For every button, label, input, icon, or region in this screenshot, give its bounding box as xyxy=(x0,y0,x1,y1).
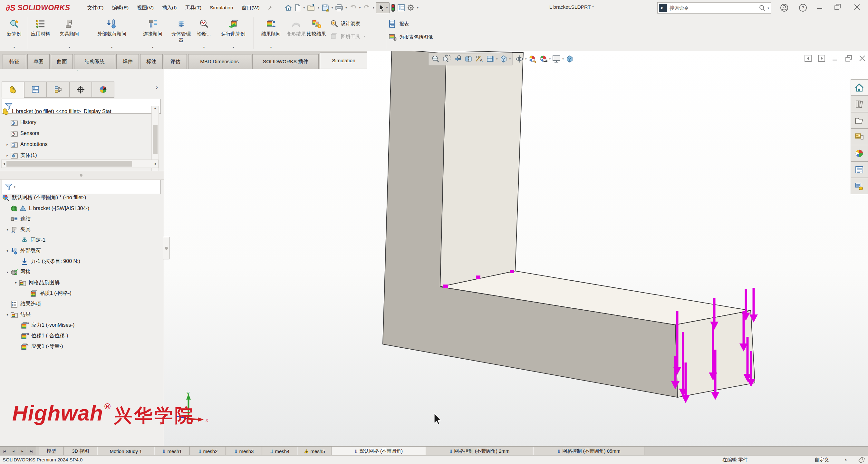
tab-structure-system[interactable]: 结构系统 xyxy=(74,54,115,69)
study-tree-filter[interactable]: ▾ xyxy=(2,180,161,194)
study-item-mesh[interactable]: ▾ 网格 xyxy=(0,267,161,277)
panel-resize-handle[interactable] xyxy=(163,237,169,259)
study-item-part[interactable]: L bracket (-[SW]AISI 304-) xyxy=(0,203,161,214)
collapse-icon[interactable]: ▾ xyxy=(4,249,10,253)
study-item-quality-1[interactable]: 品质1 (-网格-) xyxy=(0,288,161,299)
file-explorer-tab[interactable] xyxy=(850,112,868,129)
study-item-fixtures[interactable]: ▾ 夹具 xyxy=(0,224,161,235)
results-advisor-button[interactable]: 结果顾问▾ xyxy=(256,16,286,51)
3d-cube-icon[interactable] xyxy=(564,54,575,64)
hide-annotations-icon[interactable]: A xyxy=(474,54,485,64)
tab-mesh3[interactable]: ⇊mesh3 xyxy=(226,446,262,456)
menu-edit[interactable]: 编辑(E) xyxy=(107,3,133,13)
displaymanager-tab[interactable] xyxy=(92,82,114,98)
tab-motion-study-1[interactable]: Motion Study 1 xyxy=(97,446,154,456)
doc-restore-icon[interactable] xyxy=(844,54,853,63)
filter-dropdown-icon[interactable]: ▾ xyxy=(14,185,16,188)
apply-material-button[interactable]: 应用材料 xyxy=(30,16,51,51)
report-button[interactable]: 报表 xyxy=(388,19,456,28)
study-item-strain-1[interactable]: ε 应变1 (-等量-) xyxy=(0,341,161,352)
design-library-tab[interactable] xyxy=(850,96,868,112)
user-account-icon[interactable] xyxy=(780,3,789,12)
forum-tab[interactable] xyxy=(850,178,868,194)
save-button[interactable] xyxy=(321,3,330,12)
configurationmanager-tab[interactable] xyxy=(47,82,69,98)
doc-close-icon[interactable] xyxy=(858,54,867,63)
tree-root-part[interactable]: L bracket (no fillet) <<no fillet>_Displ… xyxy=(0,106,161,117)
home-button[interactable] xyxy=(284,3,293,12)
deformed-result-button[interactable]: 变形结果 xyxy=(286,16,306,51)
study-item-results[interactable]: ▾ 结果 xyxy=(0,309,161,320)
study-item-stress-1[interactable]: σ 应力1 (-vonMises-) xyxy=(0,320,161,331)
connections-advisor-button[interactable]: 连接顾问▾ xyxy=(136,16,169,51)
settings-gear-button[interactable] xyxy=(406,3,415,12)
first-tab-icon[interactable]: |◀ xyxy=(0,446,9,456)
tab-mesh-control-05mm[interactable]: ⇊网格控制 (不带圆角) 05mm xyxy=(533,446,644,456)
view-selector-sheet-icon[interactable] xyxy=(485,54,496,64)
previous-window-icon[interactable] xyxy=(804,54,813,63)
open-file-button[interactable] xyxy=(306,3,316,12)
options-list-button[interactable] xyxy=(397,3,406,12)
plot-tools-button[interactable]: 图解工具▾ xyxy=(330,32,384,40)
custom-dropdown[interactable]: 自定义 xyxy=(814,457,829,463)
tab-weldments[interactable]: 焊件 xyxy=(116,54,138,69)
external-loads-advisor-button[interactable]: 外部载荷顾问▾ xyxy=(88,16,136,51)
tab-3d-views[interactable]: 3D 视图 xyxy=(64,446,97,456)
zoom-to-area-icon[interactable] xyxy=(441,54,452,64)
collapse-icon[interactable]: ▾ xyxy=(4,270,10,274)
search-input[interactable] xyxy=(669,5,759,11)
tree-item-history[interactable]: History xyxy=(0,117,161,128)
menu-view[interactable]: 视图(V) xyxy=(133,3,158,13)
performance-pipeline-icon[interactable] xyxy=(390,3,396,13)
expand-icon[interactable]: ▸ xyxy=(4,143,10,146)
study-item-connections[interactable]: 连结 xyxy=(0,214,161,224)
tree-item-solid-bodies[interactable]: ▸ 实体(1) xyxy=(0,150,161,161)
collapse-icon[interactable]: ▾ xyxy=(13,281,19,284)
custom-expand-icon[interactable]: ▲ xyxy=(844,458,847,461)
tab-default-mesh-study[interactable]: ⇊默认网格 (不带圆角) xyxy=(332,446,425,456)
study-item-mesh-quality-plot[interactable]: ▾ 网格品质图解 xyxy=(0,277,161,288)
apply-scene-icon[interactable] xyxy=(538,54,549,64)
resources-home-tab[interactable] xyxy=(850,79,868,96)
menu-file[interactable]: 文件(F) xyxy=(83,3,108,13)
scroll-right-icon[interactable]: ▶ xyxy=(155,162,157,165)
view-settings-icon[interactable] xyxy=(551,54,562,64)
new-file-button[interactable] xyxy=(293,3,302,12)
print-button[interactable] xyxy=(335,3,344,12)
panel-expand-chevron[interactable]: › xyxy=(156,84,158,91)
close-button[interactable] xyxy=(853,3,861,11)
featuremanager-tree-tab[interactable] xyxy=(2,82,24,98)
include-image-for-report-button[interactable]: 为报表包括图像 xyxy=(388,33,456,41)
design-insight-button[interactable]: 设计洞察 xyxy=(330,19,384,28)
doc-minimize-icon[interactable] xyxy=(831,54,840,63)
study-item-result-options[interactable]: 结果选项 xyxy=(0,299,161,309)
new-study-button[interactable]: 新算例▾ xyxy=(3,16,26,51)
fixtures-advisor-button[interactable]: 夹具顾问▾ xyxy=(52,16,87,51)
menu-window[interactable]: 窗口(W) xyxy=(238,3,264,13)
tab-mesh5[interactable]: mesh5 xyxy=(298,446,332,456)
tab-mesh1[interactable]: ⇊mesh1 xyxy=(154,446,190,456)
tab-sketch[interactable]: 草图 xyxy=(27,54,49,69)
command-search[interactable]: >_ ▾ xyxy=(657,2,771,13)
tab-mesh4[interactable]: ⇊mesh4 xyxy=(262,446,298,456)
study-root[interactable]: 默认网格 (不带圆角) * (-no fillet-) xyxy=(0,192,161,203)
study-item-external-loads[interactable]: ▾ 外部载荷 xyxy=(0,246,161,256)
last-tab-icon[interactable]: ▶| xyxy=(27,446,36,456)
tab-mbd-dimensions[interactable]: MBD Dimensions xyxy=(188,54,251,69)
appearances-scenes-tab[interactable] xyxy=(850,145,868,161)
tab-surfaces[interactable]: 曲面 xyxy=(51,54,73,69)
view-orientation-cube-icon[interactable] xyxy=(498,54,509,64)
search-dropdown-icon[interactable]: ▾ xyxy=(768,6,769,10)
section-view-icon[interactable] xyxy=(463,54,474,64)
scroll-thumb[interactable] xyxy=(153,125,158,154)
scroll-up-icon[interactable]: ▲ xyxy=(154,106,157,110)
view-palette-tab[interactable] xyxy=(850,129,868,145)
select-cursor-button[interactable]: ▾ xyxy=(376,2,390,13)
tab-evaluate[interactable]: 评估 xyxy=(164,54,187,69)
next-tab-icon[interactable]: ▶ xyxy=(18,446,27,456)
graphics-area[interactable]: Y x A ▾ ▾ ▾ ▾ xyxy=(164,51,868,446)
menu-insert[interactable]: 插入(I) xyxy=(158,3,181,13)
study-item-displacement-1[interactable]: u 位移1 (-合位移-) xyxy=(0,331,161,341)
tag-icon[interactable] xyxy=(858,456,865,463)
minimize-button[interactable] xyxy=(816,6,824,10)
